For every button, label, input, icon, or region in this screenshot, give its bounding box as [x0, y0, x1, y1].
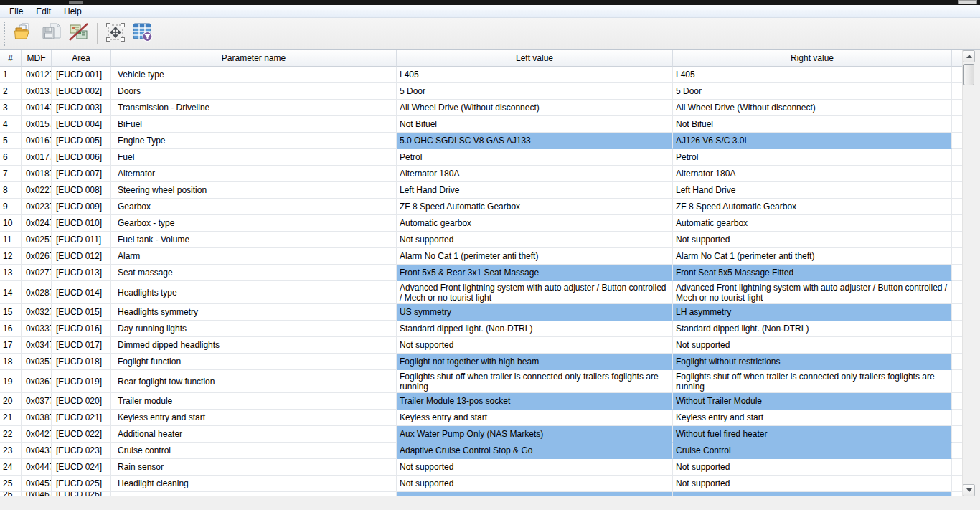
cell-mdf: 0x0367 — [22, 370, 52, 393]
cell-filler — [952, 166, 962, 182]
table-row[interactable]: 220x0427[EUCD 022]Additional heaterAux W… — [0, 426, 980, 443]
cell-right: Without fuel fired heater — [673, 426, 952, 443]
table-row[interactable]: 130x0277[EUCD 013]Seat massageFront 5x5 … — [0, 265, 980, 281]
cell-left: Automatic gearbox — [397, 215, 673, 232]
cell-right: 5 Door — [673, 83, 952, 100]
cell-filler — [952, 354, 962, 370]
cell-left: 5 Door — [397, 83, 673, 100]
menu-item-file[interactable]: File — [3, 6, 29, 17]
cell-mdf: 0x0137 — [22, 83, 52, 100]
table-row[interactable]: 10x0127[EUCD 001]Vehicle typeL405L405 — [0, 67, 980, 83]
scroll-up-button[interactable] — [963, 50, 975, 62]
table-row[interactable]: 180x0357[EUCD 018]Foglight functionFogli… — [0, 354, 980, 370]
table-row[interactable]: 80x0227[EUCD 008]Steering wheel position… — [0, 182, 980, 199]
cell-left: Trailer Module 13-pos socket — [397, 393, 673, 410]
column-header-mdf[interactable]: MDF — [22, 50, 52, 67]
cell-name: Trailer module — [111, 393, 397, 410]
cell-right: Not supported — [673, 476, 952, 492]
table-row[interactable]: 100x0247[EUCD 010]Gearbox - typeAutomati… — [0, 215, 980, 232]
cell-mdf: 0x0337 — [22, 321, 52, 337]
menu-item-help[interactable]: Help — [57, 6, 88, 17]
table-row[interactable]: 90x0237[EUCD 009]GearboxZF 8 Speed Autom… — [0, 199, 980, 215]
cell-area: [EUCD 010] — [52, 215, 111, 232]
cell-right — [673, 492, 952, 496]
cell-num: 9 — [0, 199, 22, 215]
cell-mdf: 0x0277 — [22, 265, 52, 281]
cell-name: Seat massage — [111, 265, 397, 281]
cell-area: [EUCD 002] — [52, 83, 111, 100]
column-header-area[interactable]: Area — [52, 50, 111, 67]
cell-name: Gearbox — [111, 199, 397, 215]
table-row[interactable]: 200x0377[EUCD 020]Trailer moduleTrailer … — [0, 393, 980, 410]
column-header-right[interactable]: Right value — [673, 50, 952, 67]
toolbar-separator — [97, 23, 98, 44]
cell-num: 24 — [0, 459, 22, 476]
cell-mdf: 0x0467 — [22, 492, 52, 496]
cell-left: Foglights shut off when trailer is conne… — [397, 370, 673, 393]
cell-num: 3 — [0, 100, 22, 116]
compare-files-button[interactable] — [65, 20, 93, 47]
cell-name: Keyless entry and start — [111, 410, 397, 426]
comparison-table: #MDFAreaParameter nameLeft valueRight va… — [0, 49, 980, 496]
table-row[interactable]: 240x0447[EUCD 024]Rain sensorNot support… — [0, 459, 980, 476]
cell-left: Standard dipped light. (Non-DTRL) — [397, 321, 673, 337]
filter-table-button[interactable] — [129, 20, 156, 47]
cell-area: [EUCD 012] — [52, 248, 111, 265]
scroll-down-button[interactable] — [963, 484, 975, 496]
toolbar-grip[interactable] — [4, 22, 7, 46]
table-row[interactable]: 260x0467[EUCD 026] — [0, 492, 980, 496]
cell-right: AJ126 V6 S/C 3.0L — [673, 133, 952, 149]
table-row[interactable]: 160x0337[EUCD 016]Day running lightsStan… — [0, 321, 980, 337]
cell-filler — [952, 476, 962, 492]
cell-area: [EUCD 017] — [52, 337, 111, 354]
column-header-name[interactable]: Parameter name — [111, 50, 397, 67]
table-row[interactable]: 170x0347[EUCD 017]Dimmed dipped headligh… — [0, 337, 980, 354]
table-row[interactable]: 120x0267[EUCD 012]AlarmAlarm No Cat 1 (p… — [0, 248, 980, 265]
table-row[interactable]: 230x0437[EUCD 023]Cruise controlAdaptive… — [0, 443, 980, 459]
table-row[interactable]: 40x0157[EUCD 004]BiFuelNot BifuelNot Bif… — [0, 116, 980, 133]
table-row[interactable]: 20x0137[EUCD 002]Doors5 Door5 Door — [0, 83, 980, 100]
cell-area: [EUCD 001] — [52, 67, 111, 83]
table-row[interactable]: 110x0257[EUCD 011]Fuel tank - VolumeNot … — [0, 232, 980, 248]
cell-left: Front 5x5 & Rear 3x1 Seat Massage — [397, 265, 673, 281]
scrollbar-thumb[interactable] — [963, 64, 974, 85]
cell-area: [EUCD 021] — [52, 410, 111, 426]
table-row[interactable]: 190x0367[EUCD 019]Rear foglight tow func… — [0, 370, 980, 393]
table-row[interactable]: 210x0387[EUCD 021]Keyless entry and star… — [0, 410, 980, 426]
table-filter-icon — [132, 22, 154, 44]
cell-filler — [952, 67, 962, 83]
column-header-num[interactable]: # — [0, 50, 22, 67]
cell-left: Keyless entry and start — [397, 410, 673, 426]
cell-mdf: 0x0187 — [22, 166, 52, 182]
cell-num: 17 — [0, 337, 22, 354]
cell-filler — [952, 426, 962, 443]
cell-left: US symmetry — [397, 304, 673, 321]
table-row[interactable]: 30x0147[EUCD 003]Transmission - Drivelin… — [0, 100, 980, 116]
cell-area: [EUCD 004] — [52, 116, 111, 133]
cell-right: Foglights shut off when trailer is conne… — [673, 370, 952, 393]
cell-left: Left Hand Drive — [397, 182, 673, 199]
cell-filler — [952, 133, 962, 149]
column-header-left[interactable]: Left value — [397, 50, 673, 67]
table-row[interactable]: 50x0167[EUCD 005]Engine Type5.0 OHC SGDI… — [0, 133, 980, 149]
fit-view-button[interactable] — [102, 20, 129, 47]
cell-right: Standard dipped light. (Non-DTRL) — [673, 321, 952, 337]
table-row[interactable]: 150x0327[EUCD 015]Headlights symmetryUS … — [0, 304, 980, 321]
cell-right: Not supported — [673, 459, 952, 476]
cell-mdf: 0x0387 — [22, 410, 52, 426]
cell-name: Headlights type — [111, 281, 397, 304]
table-row[interactable]: 250x0457[EUCD 025]Headlight cleaningNot … — [0, 476, 980, 492]
cell-mdf: 0x0157 — [22, 116, 52, 133]
table-row[interactable]: 60x0177[EUCD 006]FuelPetrolPetrol — [0, 149, 980, 166]
cell-name: Headlights symmetry — [111, 304, 397, 321]
save-button[interactable] — [38, 20, 65, 47]
vertical-scrollbar[interactable] — [962, 50, 974, 496]
menu-item-edit[interactable]: Edit — [29, 6, 57, 17]
table-row[interactable]: 140x0287[EUCD 014]Headlights typeAdvance… — [0, 281, 980, 304]
cell-filler — [952, 393, 962, 410]
table-row[interactable]: 70x0187[EUCD 007]AlternatorAlternator 18… — [0, 166, 980, 182]
window-control-button[interactable] — [958, 0, 977, 4]
cell-right: All Wheel Drive (Without disconnect) — [673, 100, 952, 116]
open-file-button[interactable] — [11, 20, 38, 47]
cell-name: Foglight function — [111, 354, 397, 370]
